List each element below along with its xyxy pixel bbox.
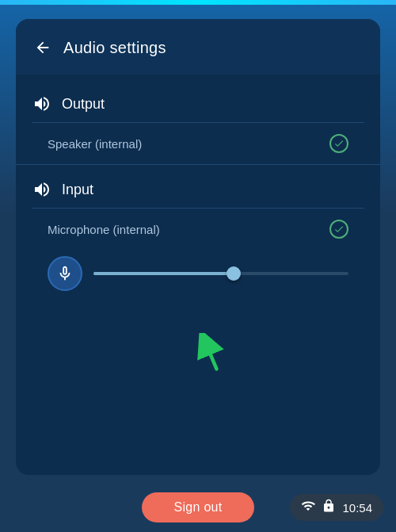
input-label: Input [62,182,93,198]
bottom-bar: Sign out 10:54 [0,483,396,532]
back-icon [34,39,51,56]
settings-card: Audio settings Output Speaker (internal) [16,19,380,475]
volume-slider[interactable] [93,271,348,276]
output-section-header: Output [32,94,364,114]
slider-fill [93,272,234,275]
time-display: 10:54 [342,501,372,515]
volume-slider-row [32,250,364,307]
microphone-icon [56,265,74,282]
output-selected-icon [329,134,348,153]
sign-out-button[interactable]: Sign out [142,492,253,522]
lock-icon [322,499,336,516]
back-button[interactable] [29,33,57,62]
status-area: 10:54 [290,494,383,521]
arrow-annotation [196,333,228,376]
output-device-name: Speaker (internal) [48,137,142,151]
speaker-icon [32,94,51,113]
output-icon [32,94,52,114]
slider-thumb[interactable] [227,266,241,281]
sections-divider [16,164,380,165]
header: Audio settings [16,19,380,75]
input-selected-icon [329,220,348,239]
svg-line-1 [205,342,217,369]
wifi-icon [301,499,315,516]
content-area: Output Speaker (internal) [16,75,380,475]
input-section: Input Microphone (internal) [16,168,380,307]
input-checkmark-icon [333,224,345,235]
output-label: Output [62,96,105,113]
output-section: Output Speaker (internal) [16,82,380,164]
input-speaker-icon [32,180,51,199]
checkmark-icon [333,138,345,149]
input-section-header: Input [32,179,364,200]
page-title: Audio settings [63,39,166,57]
input-device-row: Microphone (internal) [32,209,364,250]
input-icon [32,179,52,200]
input-device-name: Microphone (internal) [48,223,160,236]
slider-track [93,272,348,275]
green-arrow-icon [196,333,228,373]
output-device-row: Speaker (internal) [32,123,364,164]
top-gradient-bar [0,0,396,5]
microphone-button[interactable] [48,256,82,291]
app-container: Audio settings Output Speaker (internal) [0,0,396,532]
